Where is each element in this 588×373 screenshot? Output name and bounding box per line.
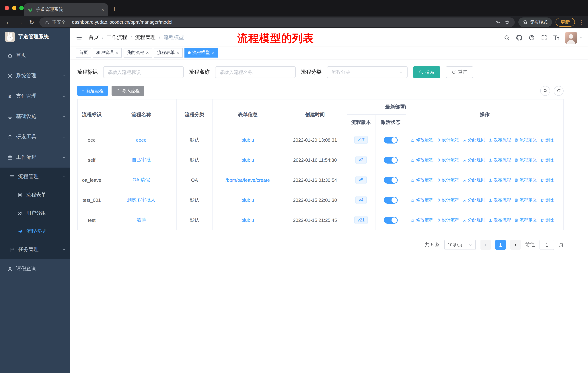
action-assign-rule[interactable]: 分配规则 — [462, 137, 485, 143]
action-delete[interactable]: 删除 — [540, 137, 554, 143]
view-tab[interactable]: 我的流程× — [123, 48, 152, 57]
sidebar-item-home[interactable]: 首页 — [0, 45, 70, 66]
action-design[interactable]: 设计流程 — [437, 157, 459, 163]
toggle-search-button[interactable] — [540, 86, 550, 96]
password-key-icon[interactable] — [495, 20, 500, 25]
process-name-link[interactable]: OA 请假 — [131, 177, 151, 183]
action-design[interactable]: 设计流程 — [437, 197, 459, 203]
sidebar-item-infrastructure[interactable]: 基础设施 — [0, 106, 70, 127]
action-definition[interactable]: 流程定义 — [514, 217, 537, 223]
action-definition[interactable]: 流程定义 — [514, 177, 537, 183]
font-size-icon[interactable]: TT — [553, 34, 559, 40]
action-delete[interactable]: 删除 — [540, 157, 554, 163]
current-page[interactable]: 1 — [495, 240, 506, 250]
action-publish[interactable]: 发布流程 — [488, 137, 511, 143]
active-toggle[interactable] — [384, 217, 398, 223]
action-assign-rule[interactable]: 分配规则 — [462, 157, 485, 163]
action-definition[interactable]: 流程定义 — [514, 157, 537, 163]
action-design[interactable]: 设计流程 — [437, 177, 459, 183]
action-publish[interactable]: 发布流程 — [488, 217, 511, 223]
sidebar-item-payment[interactable]: ¥支付管理 — [0, 86, 70, 106]
breadcrumb-item[interactable]: 首页 — [89, 34, 99, 41]
active-toggle[interactable] — [384, 176, 398, 183]
breadcrumb-item[interactable]: 工作流程 — [107, 34, 127, 41]
action-assign-rule[interactable]: 分配规则 — [462, 197, 485, 203]
action-design[interactable]: 设计流程 — [437, 217, 459, 223]
process-name-link[interactable]: 测试多审批人 — [126, 197, 157, 203]
action-assign-rule[interactable]: 分配规则 — [462, 217, 485, 223]
new-tab-button[interactable]: + — [108, 5, 121, 16]
sidebar-item-system[interactable]: 系统管理 — [0, 66, 70, 86]
goto-page-input[interactable] — [539, 240, 554, 250]
app-logo[interactable]: 芋道管理系统 — [0, 28, 70, 45]
action-modify[interactable]: 修改流程 — [411, 137, 433, 143]
view-tab[interactable]: 首页 — [76, 48, 91, 57]
action-modify[interactable]: 修改流程 — [411, 157, 433, 163]
window-minimize-button[interactable] — [12, 6, 16, 10]
browser-menu-icon[interactable]: ⋮ — [578, 19, 584, 26]
forward-button[interactable]: → — [16, 19, 24, 26]
reload-button[interactable]: ↻ — [28, 19, 36, 26]
process-key-input[interactable] — [103, 66, 184, 78]
back-button[interactable]: ← — [4, 19, 12, 26]
browser-tab[interactable]: 芋道管理系统 × — [24, 3, 108, 16]
sidebar-item-process-model[interactable]: 流程模型 — [0, 222, 70, 240]
search-button[interactable]: 搜索 — [413, 66, 440, 78]
action-publish[interactable]: 发布流程 — [488, 177, 511, 183]
action-definition[interactable]: 流程定义 — [514, 137, 537, 143]
fullscreen-icon[interactable] — [541, 34, 547, 40]
refresh-table-button[interactable] — [554, 86, 564, 96]
sidebar-item-task-management[interactable]: 任务管理 — [0, 240, 70, 259]
view-tab[interactable]: 流程模型× — [184, 48, 218, 57]
action-design[interactable]: 设计流程 — [437, 137, 459, 143]
action-modify[interactable]: 修改流程 — [411, 217, 433, 223]
form-info-link[interactable]: biubiu — [240, 157, 255, 163]
search-icon[interactable] — [504, 34, 510, 40]
form-info-link[interactable]: biubiu — [240, 217, 255, 223]
action-modify[interactable]: 修改流程 — [411, 197, 433, 203]
view-tab[interactable]: 流程表单× — [154, 48, 182, 57]
avatar-caret-icon[interactable] — [579, 36, 583, 39]
active-toggle[interactable] — [384, 136, 398, 143]
active-toggle[interactable] — [384, 156, 398, 163]
close-icon[interactable]: × — [212, 50, 215, 55]
bookmark-star-icon[interactable] — [504, 20, 510, 25]
active-toggle[interactable] — [384, 197, 398, 203]
process-name-link[interactable]: 滔博 — [135, 217, 147, 223]
update-button[interactable]: 更新 — [556, 18, 575, 27]
breadcrumb-item[interactable]: 流程管理 — [135, 34, 156, 41]
import-process-button[interactable]: 导入流程 — [112, 86, 144, 96]
help-icon[interactable] — [529, 34, 535, 40]
sidebar-item-leave-query[interactable]: 请假查询 — [0, 259, 70, 279]
create-process-button[interactable]: + 新建流程 — [77, 86, 108, 96]
sidebar-item-devtools[interactable]: 研发工具 — [0, 127, 70, 147]
window-zoom-button[interactable] — [19, 6, 24, 10]
view-tab[interactable]: 租户管理× — [93, 48, 122, 57]
process-name-link[interactable]: eeee — [135, 137, 148, 143]
address-bar[interactable]: 不安全 dashboard.yudao.iocoder.cn/bpm/manag… — [39, 18, 515, 27]
category-select[interactable]: 流程分类 — [327, 66, 408, 78]
prev-page-button[interactable]: ‹ — [481, 240, 491, 250]
action-delete[interactable]: 删除 — [540, 217, 554, 223]
next-page-button[interactable]: › — [510, 240, 521, 250]
github-icon[interactable] — [516, 34, 522, 40]
close-icon[interactable]: × — [116, 50, 118, 55]
form-info-link[interactable]: /bpm/oa/leave/create — [224, 177, 271, 183]
process-name-input[interactable] — [215, 66, 296, 78]
close-icon[interactable]: × — [146, 50, 149, 55]
reset-button[interactable]: 重置 — [446, 66, 473, 78]
avatar[interactable] — [565, 31, 577, 43]
sidebar-toggle-icon[interactable] — [76, 34, 82, 41]
form-info-link[interactable]: biubiu — [240, 137, 255, 143]
sidebar-item-user-group[interactable]: 用户分组 — [0, 204, 70, 222]
action-definition[interactable]: 流程定义 — [514, 197, 537, 203]
sidebar-item-process-form[interactable]: 流程表单 — [0, 186, 70, 204]
action-assign-rule[interactable]: 分配规则 — [462, 177, 485, 183]
close-icon[interactable]: × — [177, 50, 179, 55]
form-info-link[interactable]: biubiu — [240, 197, 255, 203]
action-publish[interactable]: 发布流程 — [488, 197, 511, 203]
window-close-button[interactable] — [5, 6, 9, 10]
page-size-select[interactable]: 10条/页 — [444, 240, 476, 250]
action-delete[interactable]: 删除 — [540, 177, 554, 183]
action-modify[interactable]: 修改流程 — [411, 177, 433, 183]
